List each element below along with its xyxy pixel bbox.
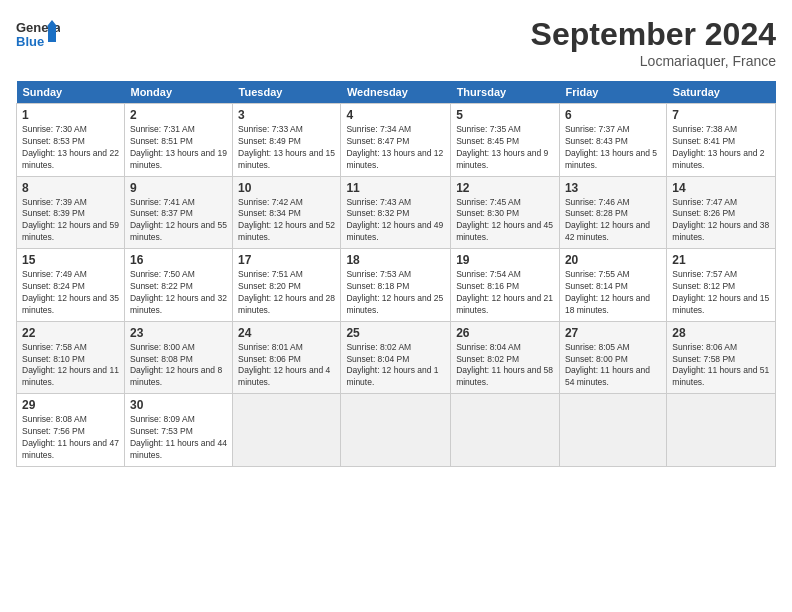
day-number: 8 (22, 181, 119, 195)
day-number: 18 (346, 253, 445, 267)
week-row-1: 1Sunrise: 7:30 AMSunset: 8:53 PMDaylight… (17, 104, 776, 177)
day-number: 7 (672, 108, 770, 122)
day-number: 4 (346, 108, 445, 122)
calendar-cell (559, 394, 666, 467)
day-detail: Sunrise: 8:01 AMSunset: 8:06 PMDaylight:… (238, 342, 330, 388)
col-header-wednesday: Wednesday (341, 81, 451, 104)
calendar-cell: 7Sunrise: 7:38 AMSunset: 8:41 PMDaylight… (667, 104, 776, 177)
col-header-saturday: Saturday (667, 81, 776, 104)
day-detail: Sunrise: 7:54 AMSunset: 8:16 PMDaylight:… (456, 269, 553, 315)
calendar-cell: 24Sunrise: 8:01 AMSunset: 8:06 PMDayligh… (233, 321, 341, 394)
day-number: 2 (130, 108, 227, 122)
day-number: 15 (22, 253, 119, 267)
calendar-cell: 18Sunrise: 7:53 AMSunset: 8:18 PMDayligh… (341, 249, 451, 322)
day-number: 12 (456, 181, 554, 195)
calendar-cell: 4Sunrise: 7:34 AMSunset: 8:47 PMDaylight… (341, 104, 451, 177)
day-detail: Sunrise: 7:47 AMSunset: 8:26 PMDaylight:… (672, 197, 769, 243)
calendar-cell: 10Sunrise: 7:42 AMSunset: 8:34 PMDayligh… (233, 176, 341, 249)
col-header-tuesday: Tuesday (233, 81, 341, 104)
calendar-cell: 29Sunrise: 8:08 AMSunset: 7:56 PMDayligh… (17, 394, 125, 467)
week-row-4: 22Sunrise: 7:58 AMSunset: 8:10 PMDayligh… (17, 321, 776, 394)
col-header-sunday: Sunday (17, 81, 125, 104)
day-detail: Sunrise: 7:58 AMSunset: 8:10 PMDaylight:… (22, 342, 119, 388)
day-number: 14 (672, 181, 770, 195)
day-detail: Sunrise: 7:50 AMSunset: 8:22 PMDaylight:… (130, 269, 227, 315)
calendar-cell: 27Sunrise: 8:05 AMSunset: 8:00 PMDayligh… (559, 321, 666, 394)
calendar-cell: 19Sunrise: 7:54 AMSunset: 8:16 PMDayligh… (451, 249, 560, 322)
day-detail: Sunrise: 7:31 AMSunset: 8:51 PMDaylight:… (130, 124, 227, 170)
day-number: 19 (456, 253, 554, 267)
week-row-3: 15Sunrise: 7:49 AMSunset: 8:24 PMDayligh… (17, 249, 776, 322)
day-detail: Sunrise: 8:08 AMSunset: 7:56 PMDaylight:… (22, 414, 119, 460)
calendar-cell: 16Sunrise: 7:50 AMSunset: 8:22 PMDayligh… (124, 249, 232, 322)
calendar-cell: 12Sunrise: 7:45 AMSunset: 8:30 PMDayligh… (451, 176, 560, 249)
day-number: 5 (456, 108, 554, 122)
calendar-cell: 30Sunrise: 8:09 AMSunset: 7:53 PMDayligh… (124, 394, 232, 467)
day-number: 29 (22, 398, 119, 412)
svg-text:Blue: Blue (16, 34, 44, 49)
day-number: 24 (238, 326, 335, 340)
week-row-5: 29Sunrise: 8:08 AMSunset: 7:56 PMDayligh… (17, 394, 776, 467)
calendar-cell: 21Sunrise: 7:57 AMSunset: 8:12 PMDayligh… (667, 249, 776, 322)
calendar-cell: 5Sunrise: 7:35 AMSunset: 8:45 PMDaylight… (451, 104, 560, 177)
day-detail: Sunrise: 7:34 AMSunset: 8:47 PMDaylight:… (346, 124, 443, 170)
day-number: 17 (238, 253, 335, 267)
calendar-cell: 9Sunrise: 7:41 AMSunset: 8:37 PMDaylight… (124, 176, 232, 249)
day-detail: Sunrise: 7:33 AMSunset: 8:49 PMDaylight:… (238, 124, 335, 170)
day-number: 23 (130, 326, 227, 340)
day-detail: Sunrise: 8:02 AMSunset: 8:04 PMDaylight:… (346, 342, 438, 388)
col-header-monday: Monday (124, 81, 232, 104)
day-number: 9 (130, 181, 227, 195)
day-number: 3 (238, 108, 335, 122)
day-number: 28 (672, 326, 770, 340)
day-detail: Sunrise: 8:09 AMSunset: 7:53 PMDaylight:… (130, 414, 227, 460)
calendar-cell (341, 394, 451, 467)
day-number: 21 (672, 253, 770, 267)
day-detail: Sunrise: 7:35 AMSunset: 8:45 PMDaylight:… (456, 124, 548, 170)
calendar-cell (667, 394, 776, 467)
day-number: 10 (238, 181, 335, 195)
calendar-cell: 13Sunrise: 7:46 AMSunset: 8:28 PMDayligh… (559, 176, 666, 249)
day-detail: Sunrise: 7:57 AMSunset: 8:12 PMDaylight:… (672, 269, 769, 315)
calendar-cell: 25Sunrise: 8:02 AMSunset: 8:04 PMDayligh… (341, 321, 451, 394)
calendar-table: SundayMondayTuesdayWednesdayThursdayFrid… (16, 81, 776, 467)
day-detail: Sunrise: 7:43 AMSunset: 8:32 PMDaylight:… (346, 197, 443, 243)
location: Locmariaquer, France (531, 53, 776, 69)
day-detail: Sunrise: 7:42 AMSunset: 8:34 PMDaylight:… (238, 197, 335, 243)
day-detail: Sunrise: 7:37 AMSunset: 8:43 PMDaylight:… (565, 124, 657, 170)
header: General Blue September 2024 Locmariaquer… (16, 16, 776, 69)
day-number: 16 (130, 253, 227, 267)
header-row: SundayMondayTuesdayWednesdayThursdayFrid… (17, 81, 776, 104)
day-number: 20 (565, 253, 661, 267)
day-number: 6 (565, 108, 661, 122)
logo: General Blue (16, 16, 60, 56)
day-number: 26 (456, 326, 554, 340)
day-number: 13 (565, 181, 661, 195)
calendar-cell: 20Sunrise: 7:55 AMSunset: 8:14 PMDayligh… (559, 249, 666, 322)
day-number: 11 (346, 181, 445, 195)
day-number: 27 (565, 326, 661, 340)
calendar-cell (233, 394, 341, 467)
col-header-thursday: Thursday (451, 81, 560, 104)
day-detail: Sunrise: 7:30 AMSunset: 8:53 PMDaylight:… (22, 124, 119, 170)
day-number: 22 (22, 326, 119, 340)
day-detail: Sunrise: 7:49 AMSunset: 8:24 PMDaylight:… (22, 269, 119, 315)
day-detail: Sunrise: 7:45 AMSunset: 8:30 PMDaylight:… (456, 197, 553, 243)
day-number: 25 (346, 326, 445, 340)
calendar-cell: 17Sunrise: 7:51 AMSunset: 8:20 PMDayligh… (233, 249, 341, 322)
day-detail: Sunrise: 7:51 AMSunset: 8:20 PMDaylight:… (238, 269, 335, 315)
day-detail: Sunrise: 8:00 AMSunset: 8:08 PMDaylight:… (130, 342, 222, 388)
day-detail: Sunrise: 8:05 AMSunset: 8:00 PMDaylight:… (565, 342, 650, 388)
calendar-cell: 28Sunrise: 8:06 AMSunset: 7:58 PMDayligh… (667, 321, 776, 394)
day-detail: Sunrise: 8:06 AMSunset: 7:58 PMDaylight:… (672, 342, 769, 388)
month-title: September 2024 (531, 16, 776, 53)
calendar-cell: 15Sunrise: 7:49 AMSunset: 8:24 PMDayligh… (17, 249, 125, 322)
calendar-cell: 8Sunrise: 7:39 AMSunset: 8:39 PMDaylight… (17, 176, 125, 249)
calendar-cell: 1Sunrise: 7:30 AMSunset: 8:53 PMDaylight… (17, 104, 125, 177)
day-number: 30 (130, 398, 227, 412)
week-row-2: 8Sunrise: 7:39 AMSunset: 8:39 PMDaylight… (17, 176, 776, 249)
logo-svg: General Blue (16, 16, 60, 56)
day-number: 1 (22, 108, 119, 122)
calendar-cell: 22Sunrise: 7:58 AMSunset: 8:10 PMDayligh… (17, 321, 125, 394)
calendar-cell: 2Sunrise: 7:31 AMSunset: 8:51 PMDaylight… (124, 104, 232, 177)
